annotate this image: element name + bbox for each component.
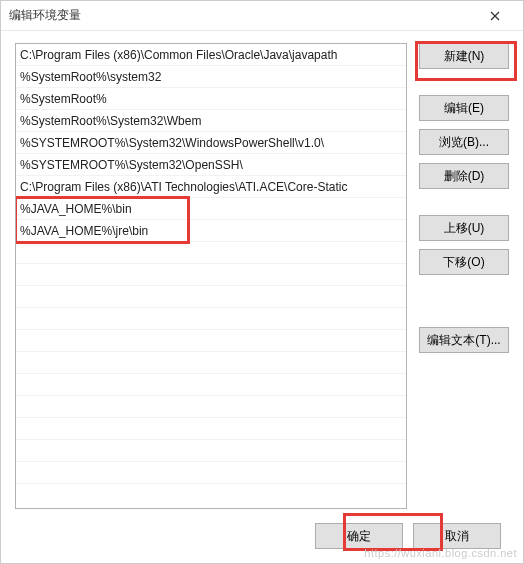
dialog-footer: 确定 取消 bbox=[1, 509, 523, 563]
list-item[interactable]: C:\Program Files (x86)\ATI Technologies\… bbox=[16, 176, 406, 198]
close-button[interactable] bbox=[475, 2, 515, 30]
moveup-button[interactable]: 上移(U) bbox=[419, 215, 509, 241]
list-item[interactable] bbox=[16, 418, 406, 440]
list-item[interactable]: C:\Program Files (x86)\Common Files\Orac… bbox=[16, 44, 406, 66]
ok-button[interactable]: 确定 bbox=[315, 523, 403, 549]
list-item[interactable]: %SystemRoot% bbox=[16, 88, 406, 110]
cancel-button[interactable]: 取消 bbox=[413, 523, 501, 549]
list-item[interactable]: %JAVA_HOME%\jre\bin bbox=[16, 220, 406, 242]
path-listbox[interactable]: C:\Program Files (x86)\Common Files\Orac… bbox=[15, 43, 407, 509]
list-item[interactable] bbox=[16, 330, 406, 352]
dialog-title: 编辑环境变量 bbox=[9, 7, 475, 24]
edittext-button[interactable]: 编辑文本(T)... bbox=[419, 327, 509, 353]
list-item[interactable] bbox=[16, 396, 406, 418]
list-item[interactable] bbox=[16, 374, 406, 396]
list-item[interactable] bbox=[16, 286, 406, 308]
dialog-content: C:\Program Files (x86)\Common Files\Orac… bbox=[1, 31, 523, 509]
close-icon bbox=[490, 11, 500, 21]
list-item[interactable]: %SystemRoot%\System32\Wbem bbox=[16, 110, 406, 132]
dialog-window: 编辑环境变量 C:\Program Files (x86)\Common Fil… bbox=[0, 0, 524, 564]
list-item[interactable] bbox=[16, 352, 406, 374]
list-item[interactable]: %SYSTEMROOT%\System32\WindowsPowerShell\… bbox=[16, 132, 406, 154]
list-item[interactable]: %SYSTEMROOT%\System32\OpenSSH\ bbox=[16, 154, 406, 176]
new-button[interactable]: 新建(N) bbox=[419, 43, 509, 69]
edit-button[interactable]: 编辑(E) bbox=[419, 95, 509, 121]
delete-button[interactable]: 删除(D) bbox=[419, 163, 509, 189]
list-item[interactable] bbox=[16, 242, 406, 264]
list-item[interactable]: %SystemRoot%\system32 bbox=[16, 66, 406, 88]
list-item[interactable] bbox=[16, 462, 406, 484]
movedown-button[interactable]: 下移(O) bbox=[419, 249, 509, 275]
list-item[interactable] bbox=[16, 308, 406, 330]
list-item[interactable] bbox=[16, 264, 406, 286]
list-item[interactable] bbox=[16, 440, 406, 462]
button-sidebar: 新建(N) 编辑(E) 浏览(B)... 删除(D) 上移(U) 下移(O) 编… bbox=[419, 43, 509, 509]
list-item[interactable]: %JAVA_HOME%\bin bbox=[16, 198, 406, 220]
browse-button[interactable]: 浏览(B)... bbox=[419, 129, 509, 155]
titlebar: 编辑环境变量 bbox=[1, 1, 523, 31]
